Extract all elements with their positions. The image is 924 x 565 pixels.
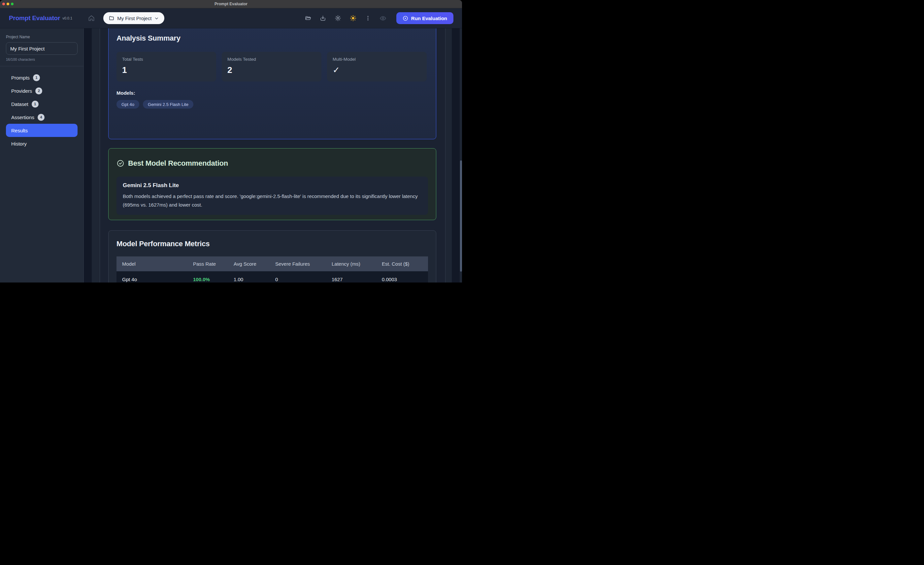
right-gutter bbox=[452, 28, 460, 283]
window-title: Prompt Evaluator bbox=[0, 1, 462, 6]
sidebar-item-dataset[interactable]: Dataset1 bbox=[6, 97, 78, 111]
run-evaluation-button[interactable]: Run Evaluation bbox=[396, 12, 453, 24]
header-actions: Run Evaluation bbox=[305, 12, 453, 24]
eye-icon bbox=[380, 15, 386, 22]
sidebar-nav: Prompts1Providers2Dataset1Assertions4Res… bbox=[0, 66, 84, 155]
home-button[interactable] bbox=[88, 15, 95, 21]
column-header: Severe Failures bbox=[275, 261, 332, 267]
count-badge: 2 bbox=[35, 87, 42, 94]
count-badge: 4 bbox=[38, 114, 45, 121]
stat-tile: Multi-Model✓ bbox=[327, 52, 427, 81]
models-label: Models: bbox=[117, 90, 427, 96]
left-gutter bbox=[84, 28, 92, 283]
main-content: Analysis Summary Total Tests1Models Test… bbox=[100, 28, 445, 283]
analysis-summary-card: Analysis Summary Total Tests1Models Test… bbox=[108, 28, 436, 139]
sidebar-item-providers[interactable]: Providers2 bbox=[6, 84, 78, 97]
brand-logo: Prompt Evaluator bbox=[9, 15, 60, 22]
cell-est-cost: 0.0003 bbox=[382, 277, 428, 282]
gear-icon bbox=[334, 15, 341, 21]
count-badge: 1 bbox=[33, 74, 40, 81]
vertical-scrollbar bbox=[460, 28, 462, 283]
model-chip: Gemini 2.5 Flash Lite bbox=[143, 100, 194, 109]
sidebar-item-results[interactable]: Results bbox=[6, 124, 78, 137]
cell-latency: 1627 bbox=[332, 277, 382, 282]
preview-button[interactable] bbox=[380, 15, 386, 22]
stat-value: ✓ bbox=[333, 65, 421, 75]
recommendation-card: Best Model Recommendation Gemini 2.5 Fla… bbox=[108, 148, 436, 220]
project-selector[interactable]: My First Project bbox=[103, 12, 164, 24]
scrollbar-thumb[interactable] bbox=[460, 160, 462, 271]
chevron-down-icon bbox=[154, 16, 159, 21]
project-name-label: Project Name bbox=[6, 34, 78, 39]
stat-tile: Total Tests1 bbox=[117, 52, 216, 81]
sidebar-item-assertions[interactable]: Assertions4 bbox=[6, 111, 78, 124]
column-header: Model bbox=[122, 261, 193, 267]
app-header: Prompt Evaluator v0.0.1 My First Project bbox=[0, 8, 462, 28]
metrics-table: ModelPass RateAvg ScoreSevere FailuresLa… bbox=[117, 256, 428, 283]
home-icon bbox=[88, 15, 95, 21]
sidebar-item-label: Results bbox=[11, 128, 28, 133]
theme-toggle-button[interactable] bbox=[350, 15, 356, 21]
project-selector-label: My First Project bbox=[117, 15, 152, 21]
content-right-edge bbox=[445, 28, 452, 283]
sidebar-item-prompts[interactable]: Prompts1 bbox=[6, 71, 78, 84]
sidebar-item-label: Assertions bbox=[11, 114, 34, 120]
project-name-input[interactable] bbox=[6, 42, 78, 55]
recommendation-header: Best Model Recommendation bbox=[117, 159, 428, 168]
stat-label: Multi-Model bbox=[333, 57, 421, 62]
titlebar: Prompt Evaluator bbox=[0, 0, 462, 8]
summary-stats: Total Tests1Models Tested2Multi-Model✓ bbox=[117, 52, 427, 81]
table-row: Gpt 4o100.0%1.00016270.0003 bbox=[117, 271, 428, 283]
cell-severe-failures: 0 bbox=[275, 277, 332, 282]
count-badge: 1 bbox=[32, 100, 39, 108]
stat-label: Total Tests bbox=[122, 57, 210, 62]
play-circle-icon bbox=[403, 15, 408, 21]
settings-button[interactable] bbox=[334, 15, 341, 21]
sidebar: Project Name 16/100 characters Prompts1P… bbox=[0, 28, 84, 283]
analysis-summary-title: Analysis Summary bbox=[117, 34, 427, 43]
stat-label: Models Tested bbox=[227, 57, 316, 62]
sidebar-item-history[interactable]: History bbox=[6, 137, 78, 150]
app-window: Prompt Evaluator Prompt Evaluator v0.0.1… bbox=[0, 0, 462, 283]
column-header: Pass Rate bbox=[193, 261, 234, 267]
cell-pass-rate: 100.0% bbox=[193, 277, 234, 282]
open-project-button[interactable] bbox=[305, 15, 311, 21]
import-button[interactable] bbox=[320, 15, 326, 21]
cell-model: Gpt 4o bbox=[122, 277, 193, 282]
open-folder-icon bbox=[305, 15, 311, 21]
character-count: 16/100 characters bbox=[6, 57, 78, 61]
more-menu-button[interactable] bbox=[365, 15, 371, 21]
run-evaluation-label: Run Evaluation bbox=[411, 15, 447, 21]
stat-tile: Models Tested2 bbox=[222, 52, 321, 81]
column-header: Est. Cost ($) bbox=[382, 261, 428, 267]
sidebar-item-label: Prompts bbox=[11, 75, 30, 81]
sun-icon bbox=[350, 15, 356, 21]
column-header: Latency (ms) bbox=[332, 261, 382, 267]
cell-avg-score: 1.00 bbox=[234, 277, 275, 282]
more-vertical-icon bbox=[365, 15, 371, 21]
recommendation-panel: Gemini 2.5 Flash Lite Both models achiev… bbox=[117, 177, 428, 215]
stat-value: 2 bbox=[227, 65, 316, 75]
version-label: v0.0.1 bbox=[62, 16, 72, 20]
project-name-section: Project Name 16/100 characters bbox=[0, 28, 84, 66]
metrics-card: Model Performance Metrics ModelPass Rate… bbox=[108, 230, 436, 283]
sidebar-item-label: Dataset bbox=[11, 101, 28, 107]
import-icon bbox=[320, 15, 326, 21]
content-left-edge bbox=[92, 28, 100, 283]
metrics-title: Model Performance Metrics bbox=[117, 240, 428, 248]
folder-icon bbox=[109, 15, 114, 21]
table-header-row: ModelPass RateAvg ScoreSevere FailuresLa… bbox=[117, 256, 428, 271]
check-circle-icon bbox=[117, 159, 124, 167]
column-header: Avg Score bbox=[234, 261, 275, 267]
recommendation-description: Both models achieved a perfect pass rate… bbox=[123, 192, 420, 209]
recommendation-title: Best Model Recommendation bbox=[128, 159, 228, 168]
sidebar-item-label: History bbox=[11, 141, 27, 147]
model-chip: Gpt 4o bbox=[117, 100, 139, 109]
sidebar-item-label: Providers bbox=[11, 88, 32, 94]
model-chips: Gpt 4oGemini 2.5 Flash Lite bbox=[117, 100, 427, 109]
stat-value: 1 bbox=[122, 65, 210, 75]
recommended-model-name: Gemini 2.5 Flash Lite bbox=[123, 182, 422, 189]
